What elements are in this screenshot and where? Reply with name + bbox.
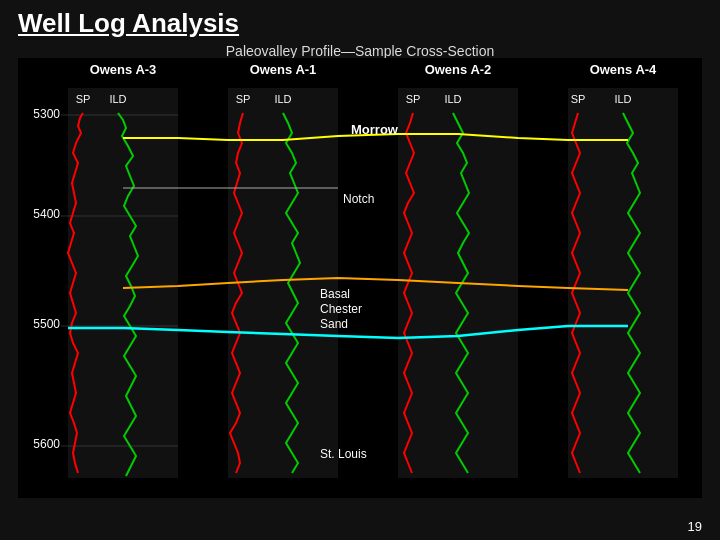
well-header-a2: Owens A-2 <box>425 62 492 77</box>
page-number: 19 <box>688 519 702 534</box>
depth-5600: 5600 <box>33 437 60 451</box>
label-ild-a3: ILD <box>109 93 126 105</box>
basal-chester-label: Basal <box>320 287 350 301</box>
label-ild-a4: ILD <box>614 93 631 105</box>
morrow-label: Morrow <box>351 122 399 137</box>
label-sp-a1: SP <box>236 93 251 105</box>
label-ild-a1: ILD <box>274 93 291 105</box>
basal-chester-label3: Sand <box>320 317 348 331</box>
page-subtitle: Paleovalley Profile—Sample Cross-Section <box>0 43 720 59</box>
depth-5500: 5500 <box>33 317 60 331</box>
label-sp-a2: SP <box>406 93 421 105</box>
depth-5300: 5300 <box>33 107 60 121</box>
svg-rect-1 <box>68 88 178 478</box>
notch-label: Notch <box>343 192 374 206</box>
page-title: Well Log Analysis <box>0 0 720 41</box>
label-sp-a4: SP <box>571 93 586 105</box>
label-ild-a2: ILD <box>444 93 461 105</box>
well-header-a3: Owens A-3 <box>90 62 157 77</box>
depth-5400: 5400 <box>33 207 60 221</box>
basal-chester-label2: Chester <box>320 302 362 316</box>
st-louis-label: St. Louis <box>320 447 367 461</box>
cross-section-container: Owens A-3 Owens A-1 Owens A-2 Owens A-4 … <box>18 58 702 498</box>
well-header-a4: Owens A-4 <box>590 62 657 77</box>
page: Well Log Analysis Paleovalley Profile—Sa… <box>0 0 720 540</box>
label-sp-a3: SP <box>76 93 91 105</box>
cross-section-svg: Owens A-3 Owens A-1 Owens A-2 Owens A-4 … <box>18 58 702 498</box>
well-header-a1: Owens A-1 <box>250 62 317 77</box>
svg-rect-4 <box>568 88 678 478</box>
